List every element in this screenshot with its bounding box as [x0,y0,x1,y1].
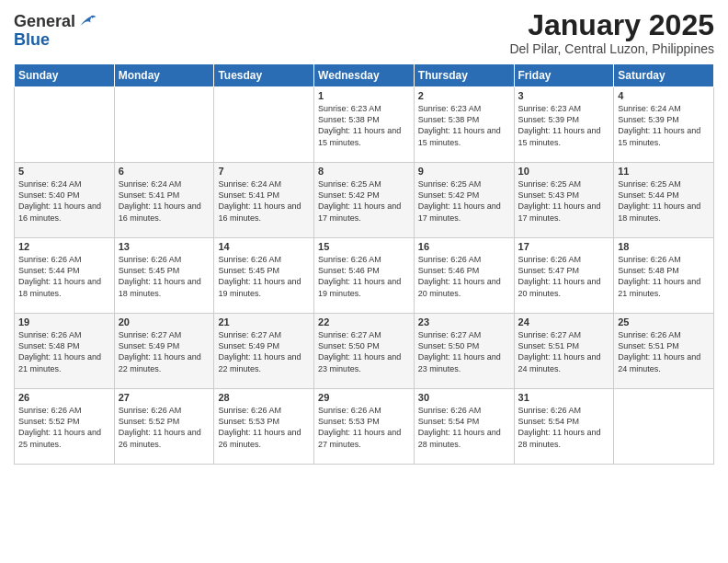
calendar-cell: 4Sunrise: 6:24 AMSunset: 5:39 PMDaylight… [614,87,714,163]
calendar-cell: 26Sunrise: 6:26 AMSunset: 5:52 PMDayligh… [15,389,115,465]
cell-info: Sunrise: 6:26 AMSunset: 5:54 PMDaylight:… [518,405,610,450]
day-number: 12 [18,241,110,252]
location-text: Del Pilar, Central Luzon, Philippines [509,41,714,56]
day-number: 5 [18,166,110,177]
calendar-cell: 28Sunrise: 6:26 AMSunset: 5:53 PMDayligh… [214,389,314,465]
cell-info: Sunrise: 6:23 AMSunset: 5:39 PMDaylight:… [518,103,610,148]
day-number: 20 [119,316,210,327]
cell-info: Sunrise: 6:26 AMSunset: 5:47 PMDaylight:… [518,254,610,299]
day-number: 8 [318,166,410,177]
header-friday: Friday [514,64,614,87]
cell-info: Sunrise: 6:24 AMSunset: 5:41 PMDaylight:… [119,178,210,224]
cell-info: Sunrise: 6:26 AMSunset: 5:48 PMDaylight:… [618,254,710,299]
calendar-cell [114,87,214,163]
cell-info: Sunrise: 6:26 AMSunset: 5:45 PMDaylight:… [119,254,210,299]
cell-info: Sunrise: 6:27 AMSunset: 5:49 PMDaylight:… [218,329,310,374]
day-number: 11 [618,166,710,177]
calendar-cell: 8Sunrise: 6:25 AMSunset: 5:42 PMDaylight… [314,163,415,238]
cell-info: Sunrise: 6:23 AMSunset: 5:38 PMDaylight:… [418,103,510,148]
day-number: 7 [218,166,310,177]
header-monday: Monday [114,64,214,87]
day-number: 9 [418,166,510,177]
day-number: 23 [418,316,510,327]
calendar-cell: 19Sunrise: 6:26 AMSunset: 5:48 PMDayligh… [15,314,115,389]
cell-info: Sunrise: 6:26 AMSunset: 5:48 PMDaylight:… [18,329,110,374]
calendar-cell: 20Sunrise: 6:27 AMSunset: 5:49 PMDayligh… [114,314,214,389]
cell-info: Sunrise: 6:25 AMSunset: 5:42 PMDaylight:… [418,178,510,224]
calendar-week-row: 26Sunrise: 6:26 AMSunset: 5:52 PMDayligh… [15,389,714,465]
day-number: 22 [318,316,410,327]
header-tuesday: Tuesday [214,64,314,87]
day-number: 26 [18,392,110,403]
cell-info: Sunrise: 6:25 AMSunset: 5:42 PMDaylight:… [318,178,410,224]
day-number: 19 [18,316,110,327]
day-number: 3 [518,90,610,101]
cell-info: Sunrise: 6:26 AMSunset: 5:53 PMDaylight:… [218,405,310,450]
cell-info: Sunrise: 6:27 AMSunset: 5:51 PMDaylight:… [518,329,610,374]
calendar-cell: 10Sunrise: 6:25 AMSunset: 5:43 PMDayligh… [514,163,614,238]
calendar-cell: 17Sunrise: 6:26 AMSunset: 5:47 PMDayligh… [514,238,614,314]
calendar-cell: 2Sunrise: 6:23 AMSunset: 5:38 PMDaylight… [414,87,514,163]
calendar-cell: 24Sunrise: 6:27 AMSunset: 5:51 PMDayligh… [514,314,614,389]
day-number: 13 [119,241,210,252]
cell-info: Sunrise: 6:26 AMSunset: 5:44 PMDaylight:… [18,254,110,299]
weekday-header-row: Sunday Monday Tuesday Wednesday Thursday… [15,64,714,87]
day-number: 16 [418,241,510,252]
cell-info: Sunrise: 6:26 AMSunset: 5:51 PMDaylight:… [618,329,710,374]
header-wednesday: Wednesday [314,64,415,87]
logo-general-text: General [14,13,75,31]
day-number: 31 [518,392,610,403]
day-number: 29 [318,392,410,403]
cell-info: Sunrise: 6:25 AMSunset: 5:44 PMDaylight:… [618,178,710,224]
header: General Blue January 2025 Del Pilar, Cen… [14,9,714,56]
page: General Blue January 2025 Del Pilar, Cen… [0,0,728,563]
day-number: 14 [218,241,310,252]
cell-info: Sunrise: 6:26 AMSunset: 5:53 PMDaylight:… [318,405,410,450]
calendar-cell [614,389,714,465]
calendar-cell [214,87,314,163]
calendar-cell: 29Sunrise: 6:26 AMSunset: 5:53 PMDayligh… [314,389,415,465]
calendar-cell: 14Sunrise: 6:26 AMSunset: 5:45 PMDayligh… [214,238,314,314]
calendar-cell: 6Sunrise: 6:24 AMSunset: 5:41 PMDaylight… [114,163,214,238]
header-thursday: Thursday [414,64,514,87]
day-number: 6 [119,166,210,177]
cell-info: Sunrise: 6:24 AMSunset: 5:40 PMDaylight:… [18,178,110,224]
calendar-table: Sunday Monday Tuesday Wednesday Thursday… [14,63,714,465]
calendar-cell: 25Sunrise: 6:26 AMSunset: 5:51 PMDayligh… [614,314,714,389]
cell-info: Sunrise: 6:26 AMSunset: 5:46 PMDaylight:… [418,254,510,299]
header-sunday: Sunday [15,64,115,87]
day-number: 27 [119,392,210,403]
day-number: 2 [418,90,510,101]
day-number: 28 [218,392,310,403]
day-number: 24 [518,316,610,327]
month-title: January 2025 [509,9,714,41]
logo-blue-text: Blue [14,31,97,50]
day-number: 1 [318,90,410,101]
calendar-cell: 11Sunrise: 6:25 AMSunset: 5:44 PMDayligh… [614,163,714,238]
logo: General Blue [14,13,97,50]
cell-info: Sunrise: 6:24 AMSunset: 5:39 PMDaylight:… [618,103,710,148]
day-number: 25 [618,316,710,327]
cell-info: Sunrise: 6:26 AMSunset: 5:52 PMDaylight:… [119,405,210,450]
calendar-cell: 30Sunrise: 6:26 AMSunset: 5:54 PMDayligh… [414,389,514,465]
calendar-cell: 22Sunrise: 6:27 AMSunset: 5:50 PMDayligh… [314,314,415,389]
cell-info: Sunrise: 6:26 AMSunset: 5:52 PMDaylight:… [18,405,110,450]
cell-info: Sunrise: 6:24 AMSunset: 5:41 PMDaylight:… [218,178,310,224]
calendar-cell [15,87,115,163]
calendar-cell: 3Sunrise: 6:23 AMSunset: 5:39 PMDaylight… [514,87,614,163]
calendar-week-row: 1Sunrise: 6:23 AMSunset: 5:38 PMDaylight… [15,87,714,163]
logo-bird-icon [77,11,97,31]
day-number: 4 [618,90,710,101]
day-number: 21 [218,316,310,327]
cell-info: Sunrise: 6:26 AMSunset: 5:46 PMDaylight:… [318,254,410,299]
day-number: 30 [418,392,510,403]
header-saturday: Saturday [614,64,714,87]
day-number: 15 [318,241,410,252]
cell-info: Sunrise: 6:26 AMSunset: 5:54 PMDaylight:… [418,405,510,450]
calendar-week-row: 19Sunrise: 6:26 AMSunset: 5:48 PMDayligh… [15,314,714,389]
day-number: 17 [518,241,610,252]
cell-info: Sunrise: 6:26 AMSunset: 5:45 PMDaylight:… [218,254,310,299]
calendar-week-row: 12Sunrise: 6:26 AMSunset: 5:44 PMDayligh… [15,238,714,314]
calendar-week-row: 5Sunrise: 6:24 AMSunset: 5:40 PMDaylight… [15,163,714,238]
calendar-cell: 12Sunrise: 6:26 AMSunset: 5:44 PMDayligh… [15,238,115,314]
